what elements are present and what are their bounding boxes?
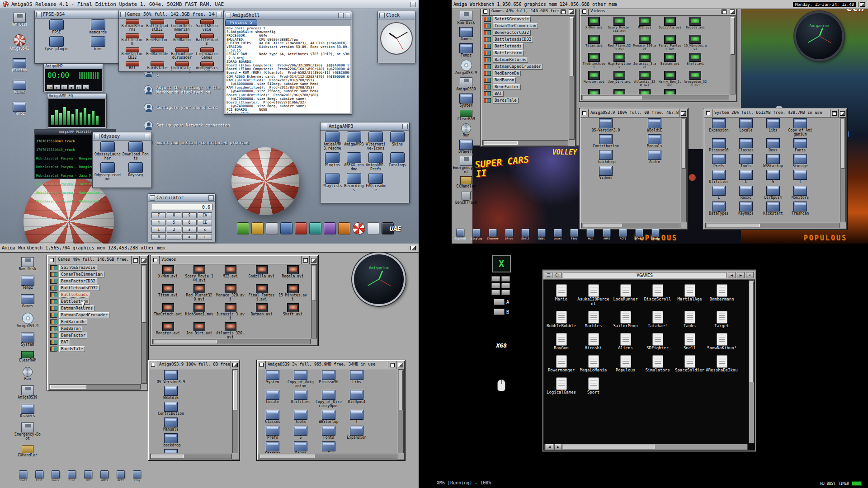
odyssey-icon[interactable]: Odyssey.readme bbox=[94, 162, 121, 181]
fpse-icon[interactable]: FPSE bbox=[37, 19, 76, 34]
depth-gadget[interactable] bbox=[402, 124, 408, 129]
desktop-icon[interactable]: RAM Disk bbox=[4, 13, 35, 27]
desktop-icon[interactable]: Games bbox=[14, 294, 42, 308]
video-icon[interactable]: Red_Planet320.avi bbox=[184, 284, 214, 301]
window-titlebar[interactable]: Clock bbox=[378, 11, 415, 19]
drawer-icon[interactable]: Locale bbox=[259, 390, 286, 408]
vertical-scrollbar[interactable] bbox=[141, 264, 147, 384]
drawer-icon[interactable]: Manuals bbox=[151, 418, 191, 432]
odyssey-icon[interactable]: Download Fonts bbox=[123, 141, 149, 160]
vertical-scrollbar[interactable] bbox=[232, 369, 238, 453]
drive-gadget[interactable]: C: bbox=[554, 272, 561, 278]
scrollbar-thumb[interactable] bbox=[399, 371, 403, 410]
drawer-icon[interactable]: Storage bbox=[259, 441, 286, 453]
desktop-icon[interactable]: AmigaOS39 bbox=[14, 385, 42, 399]
console-line[interactable]: PCI BOARDS: NONE bbox=[226, 108, 349, 112]
video-icon[interactable]: Shaft.avi bbox=[278, 303, 307, 320]
file-icon[interactable]: Tanks bbox=[674, 311, 706, 328]
drawer-icon[interactable]: Prefs bbox=[259, 426, 286, 440]
desktop-icon[interactable]: BenchTrash bbox=[453, 191, 480, 205]
dock-item[interactable]: Shell bbox=[16, 470, 30, 482]
drawer-icon[interactable]: DataTypes bbox=[706, 202, 731, 216]
game-row[interactable]: BattletoadsCD32 bbox=[50, 285, 138, 291]
close-gadget[interactable] bbox=[258, 361, 266, 369]
video-icon[interactable]: Menace_320.avi bbox=[216, 284, 245, 301]
drawer-icon[interactable]: Locale bbox=[733, 118, 759, 136]
desktop-icon[interactable]: Run bbox=[14, 367, 42, 381]
close-gadget[interactable]: × bbox=[746, 272, 754, 278]
drawer-icon[interactable]: Tools bbox=[733, 154, 759, 168]
dock-item[interactable]: prefs bbox=[295, 222, 307, 235]
drawer-icon[interactable]: Trashcan bbox=[788, 202, 813, 216]
file-icon[interactable]: Marbles bbox=[577, 311, 609, 328]
horizontal-scrollbar[interactable] bbox=[49, 384, 141, 389]
scrollbar-thumb[interactable] bbox=[260, 455, 315, 458]
console-line[interactable]: Board (Elbox Computer): Prod=2206/160($8… bbox=[226, 67, 349, 71]
game-row[interactable]: BeneFactor bbox=[484, 84, 566, 90]
dock-item[interactable]: Edit bbox=[535, 229, 548, 240]
depth-gadget[interactable] bbox=[309, 256, 317, 264]
eject-button[interactable]: ▲ bbox=[83, 84, 89, 89]
drawer-icon[interactable]: S bbox=[288, 426, 314, 440]
file-icon[interactable]: Tatakae! bbox=[642, 311, 674, 328]
dock-item[interactable]: Edit bbox=[33, 470, 46, 482]
drawer-icon[interactable]: Picasso96 bbox=[706, 138, 731, 152]
drawer-icon[interactable]: WBStartup bbox=[760, 154, 786, 168]
video-icon[interactable]: MI2.avi bbox=[633, 17, 656, 33]
video-icon[interactable]: Joe_Dirt.avi bbox=[184, 322, 214, 338]
zoom-gadget[interactable] bbox=[301, 256, 309, 264]
game-icon[interactable]: BatmanCapedCrusader bbox=[170, 47, 193, 60]
depth-gadget[interactable] bbox=[396, 361, 404, 369]
calc-key[interactable]: 6 bbox=[182, 220, 196, 225]
game-row[interactable]: Saint&Greavsie bbox=[484, 16, 566, 22]
dock-item[interactable]: AsyncWB bbox=[453, 229, 467, 240]
horizontal-scrollbar[interactable] bbox=[259, 454, 397, 459]
video-icon[interactable]: Titanic.avi bbox=[633, 89, 656, 94]
game-icon[interactable]: Chocolate-Heretic-1.0 bbox=[170, 61, 193, 70]
drawer-icon[interactable]: Kickstart bbox=[760, 202, 786, 216]
file-icon[interactable]: Target bbox=[706, 311, 738, 328]
depth-gadget[interactable] bbox=[139, 256, 147, 264]
console-line[interactable]: LEGACY RAM: Node type $A, Attributes $70… bbox=[226, 52, 349, 56]
horizontal-scrollbar[interactable] bbox=[581, 223, 680, 228]
video-icon[interactable]: Final_Fantasi.avi bbox=[247, 284, 276, 301]
console-line[interactable]: EMULATED: CPU 68020/68881/fpu bbox=[226, 38, 349, 42]
playlist-track[interactable]: RobrJazzCat Pacyna - Madmopolee bbox=[36, 196, 114, 204]
file-icon[interactable]: SpaceSoldier bbox=[674, 355, 706, 372]
file-icon[interactable]: SDFighter bbox=[642, 333, 674, 350]
game-row[interactable]: BeneFactorCD32 bbox=[484, 30, 566, 36]
prev-button[interactable]: |◀ bbox=[47, 84, 53, 89]
file-icon[interactable]: LodeRunner bbox=[609, 284, 642, 306]
dock-item[interactable]: purple bbox=[324, 222, 336, 235]
drawer-icon[interactable]: Expansion bbox=[706, 118, 731, 136]
drawer-icon[interactable]: Contribution bbox=[151, 402, 191, 416]
window-titlebar[interactable]: AmigaOS3.9 100% full, 0B free, 467.8MB i… bbox=[149, 361, 239, 369]
file-icon[interactable]: Aliens bbox=[609, 333, 642, 350]
forward-arrow-gadget[interactable]: ▶ bbox=[737, 272, 745, 278]
drawer-icon[interactable]: C bbox=[733, 170, 759, 184]
floppy-drive-a[interactable]: A bbox=[494, 299, 509, 305]
drawer-icon[interactable]: Prefs bbox=[706, 154, 731, 168]
game-row[interactable]: RedBaronDe bbox=[484, 70, 566, 76]
drawer-icon[interactable]: Manuals bbox=[631, 134, 678, 148]
video-icon[interactable]: Armagedon_320.avi bbox=[684, 71, 707, 87]
sx-button[interactable] bbox=[501, 276, 510, 282]
scrollbar-thumb[interactable] bbox=[731, 17, 735, 55]
game-row[interactable]: BatmanCapedCrusader bbox=[484, 64, 566, 70]
play-button[interactable]: ▶ bbox=[54, 84, 60, 89]
scrollbar-thumb[interactable] bbox=[682, 119, 686, 169]
desktop-icon[interactable]: ClearRAM bbox=[453, 110, 480, 121]
console-line[interactable]: (@$60000000, size 512meg, subsize same M… bbox=[226, 82, 349, 86]
drawer-icon[interactable]: DirOpus4 bbox=[344, 390, 370, 408]
console-line[interactable]: ~2.0 meg) bbox=[226, 56, 349, 60]
file-icon[interactable]: Sport bbox=[577, 377, 609, 394]
desktop-icon[interactable]: ClearRAM bbox=[14, 351, 42, 362]
close-gadget[interactable] bbox=[322, 124, 327, 129]
video-icon[interactable]: Scary_Movie_144.avi bbox=[608, 17, 631, 33]
dock-item[interactable]: Chunker bbox=[486, 229, 500, 240]
zoom-gadget[interactable] bbox=[131, 256, 139, 264]
sx-button[interactable] bbox=[501, 290, 510, 295]
video-icon[interactable]: Joe_Dirt.avi bbox=[608, 71, 631, 87]
dock-item[interactable]: disk bbox=[266, 222, 278, 235]
scrollbar-thumb[interactable] bbox=[312, 266, 316, 301]
